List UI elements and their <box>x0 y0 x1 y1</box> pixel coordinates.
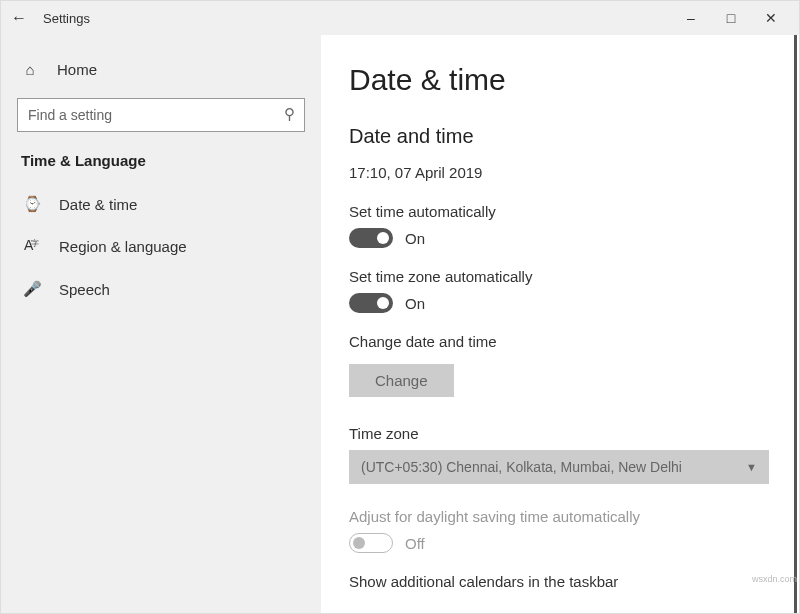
set-time-auto-row: On <box>349 228 771 248</box>
sidebar-item-label: Date & time <box>59 196 137 213</box>
close-button[interactable]: ✕ <box>751 10 791 26</box>
change-button[interactable]: Change <box>349 364 454 397</box>
set-tz-auto-row: On <box>349 293 771 313</box>
arrow-left-icon: ← <box>11 9 27 26</box>
sidebar-item-label: Speech <box>59 281 110 298</box>
set-time-auto-label: Set time automatically <box>349 203 771 220</box>
home-label: Home <box>57 61 97 78</box>
set-time-auto-state: On <box>405 230 425 247</box>
back-button[interactable]: ← <box>9 9 29 27</box>
home-link[interactable]: ⌂ Home <box>17 53 305 92</box>
sidebar: ⌂ Home ⚲ Time & Language ⌚ Date & time A… <box>1 35 321 613</box>
sidebar-item-date-time[interactable]: ⌚ Date & time <box>17 183 305 225</box>
globe-icon: A字 <box>23 237 41 256</box>
maximize-button[interactable]: □ <box>711 10 751 26</box>
set-tz-auto-label: Set time zone automatically <box>349 268 771 285</box>
time-zone-select[interactable]: (UTC+05:30) Chennai, Kolkata, Mumbai, Ne… <box>349 450 769 484</box>
sidebar-item-region-language[interactable]: A字 Region & language <box>17 225 305 268</box>
toggle-knob <box>377 297 389 309</box>
toggle-knob <box>353 537 365 549</box>
toggle-knob <box>377 232 389 244</box>
current-datetime: 17:10, 07 April 2019 <box>349 164 771 181</box>
maximize-icon: □ <box>727 10 735 26</box>
additional-calendars-label: Show additional calendars in the taskbar <box>349 573 771 590</box>
chevron-down-icon: ▼ <box>746 461 757 473</box>
page-title: Date & time <box>349 63 771 97</box>
set-time-auto-toggle[interactable] <box>349 228 393 248</box>
settings-window: ← Settings – □ ✕ ⌂ Home ⚲ Time & Languag… <box>0 0 800 614</box>
time-zone-label: Time zone <box>349 425 771 442</box>
dst-state: Off <box>405 535 425 552</box>
time-zone-value: (UTC+05:30) Chennai, Kolkata, Mumbai, Ne… <box>361 459 682 475</box>
content-pane: Date & time Date and time 17:10, 07 Apri… <box>321 35 799 613</box>
dst-label: Adjust for daylight saving time automati… <box>349 508 771 525</box>
search-icon: ⚲ <box>284 105 295 123</box>
scrollbar[interactable] <box>794 35 797 613</box>
search-wrap: ⚲ <box>17 98 305 132</box>
minimize-icon: – <box>687 10 695 26</box>
search-input[interactable] <box>17 98 305 132</box>
window-title: Settings <box>43 11 90 26</box>
close-icon: ✕ <box>765 10 777 26</box>
titlebar: ← Settings – □ ✕ <box>1 1 799 35</box>
minimize-button[interactable]: – <box>671 10 711 26</box>
svg-text:字: 字 <box>31 239 39 248</box>
set-tz-auto-toggle[interactable] <box>349 293 393 313</box>
sidebar-item-label: Region & language <box>59 238 187 255</box>
change-date-time-label: Change date and time <box>349 333 771 350</box>
dst-row: Off <box>349 533 771 553</box>
watermark: wsxdn.com <box>752 574 797 584</box>
clock-icon: ⌚ <box>23 195 41 213</box>
dst-toggle <box>349 533 393 553</box>
set-tz-auto-state: On <box>405 295 425 312</box>
microphone-icon: 🎤 <box>23 280 41 298</box>
sidebar-category: Time & Language <box>21 152 301 169</box>
home-icon: ⌂ <box>21 61 39 78</box>
section-heading: Date and time <box>349 125 771 148</box>
window-body: ⌂ Home ⚲ Time & Language ⌚ Date & time A… <box>1 35 799 613</box>
sidebar-item-speech[interactable]: 🎤 Speech <box>17 268 305 310</box>
